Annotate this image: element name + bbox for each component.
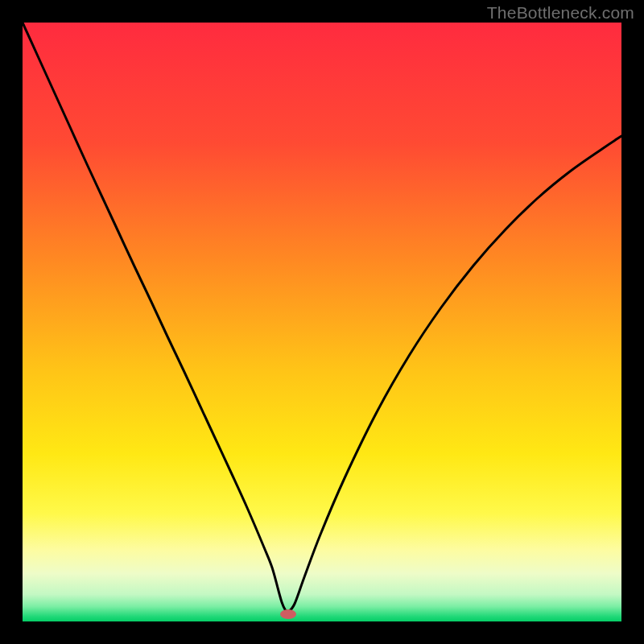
plot-area xyxy=(23,23,621,621)
chart-svg xyxy=(23,23,621,621)
watermark-text: TheBottleneck.com xyxy=(487,3,634,23)
chart-frame: TheBottleneck.com xyxy=(0,0,644,644)
marker-ellipse xyxy=(280,609,296,619)
